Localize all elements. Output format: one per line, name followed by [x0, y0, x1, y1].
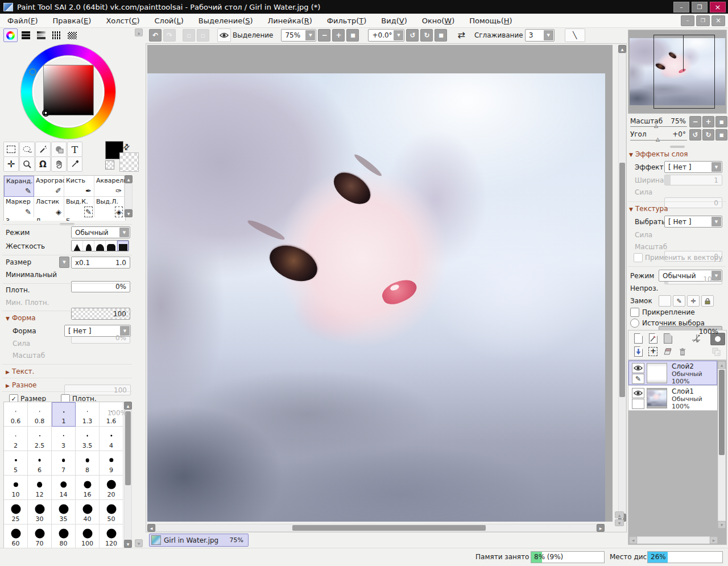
brush-size-2-5[interactable]: 2.5 [28, 427, 52, 451]
brush-size-2[interactable]: 2 [4, 427, 28, 451]
text-section-header[interactable]: ▶Текст. [6, 367, 34, 375]
brush-size-3-5[interactable]: 3.5 [76, 427, 100, 451]
misc-section-header[interactable]: ▶Разное [6, 381, 36, 389]
angle-reset-button[interactable]: ■ [435, 29, 447, 42]
canvas-hscroll-thumb[interactable] [292, 525, 486, 531]
layer-edit-pencil-icon[interactable]: ✎ [632, 374, 644, 384]
selection-source-radio[interactable] [630, 319, 639, 328]
texture-section-header[interactable]: ▼Текстура [629, 205, 668, 213]
document-tab[interactable]: Girl in Water.jpg 75% [149, 534, 249, 547]
brush-palette-scrollbar[interactable]: ▲ ▼ [125, 175, 133, 218]
brush-1[interactable]: Аэрограф✐ [34, 176, 64, 197]
brush-size-0-8[interactable]: 0.8 [28, 402, 52, 427]
layer-list-vscrollbar[interactable]: ▲ ▼ [718, 361, 726, 536]
panel-scroll-down-icon[interactable]: ▼ [135, 539, 143, 547]
brush-size-7[interactable]: 7 [52, 451, 76, 476]
canvas-scroll-right-icon[interactable]: ▶ [597, 524, 605, 532]
nav-zoom-reset-button[interactable]: ■ [715, 116, 727, 127]
layer-visibility-toggle[interactable] [632, 388, 644, 398]
zoom-dropdown-icon[interactable]: ▼ [305, 30, 315, 40]
nav-rotate-ccw-button[interactable]: ↺ [689, 129, 701, 141]
brush-4[interactable]: Маркер✎ [4, 197, 34, 218]
lock-paint-button[interactable]: ✎ [673, 295, 685, 307]
density-slider[interactable]: 100 [71, 308, 130, 320]
size-dropdown-button[interactable]: ▼ [59, 257, 69, 268]
effect-strength-field[interactable]: 0 [664, 197, 722, 208]
selection-undo-button[interactable]: ▫ [183, 29, 195, 42]
menu-item-3[interactable]: Слой(L) [147, 16, 191, 25]
brush-size-60[interactable]: 60 [4, 524, 28, 549]
zoom-in-button[interactable]: + [332, 29, 345, 42]
lock-all-button[interactable] [701, 295, 714, 307]
zoom-reset-button[interactable]: ■ [346, 29, 359, 42]
layer-scroll-right-icon[interactable]: ▶ [710, 536, 718, 544]
selection-redo-button[interactable]: ▫ [197, 29, 209, 42]
menu-item-9[interactable]: Помощь(H) [462, 16, 519, 25]
brush-size-1-3[interactable]: 1.3 [76, 402, 100, 427]
minimize-button[interactable]: – [673, 2, 689, 13]
hue-marker[interactable] [29, 68, 36, 76]
transparent-color-button[interactable] [105, 160, 114, 170]
zoom-out-button[interactable]: − [318, 29, 330, 42]
text-tool-button[interactable]: T [67, 142, 82, 157]
tab-scroll-up-button[interactable]: ▲ [615, 511, 624, 518]
hardness-5-button[interactable] [117, 241, 129, 251]
menu-item-4[interactable]: Выделение(S) [191, 16, 260, 25]
menu-item-1[interactable]: Правка(E) [46, 16, 99, 25]
artwork-girl-in-water[interactable] [147, 73, 605, 522]
rotate-ccw-button[interactable]: ↺ [406, 29, 419, 42]
menu-item-0[interactable]: Файл(F) [0, 16, 46, 25]
smoothing-dropdown-icon[interactable]: ▼ [544, 30, 553, 40]
new-vector-layer-button[interactable] [647, 333, 659, 344]
color-mixer-tab[interactable] [49, 28, 64, 42]
nav-scale-slider-marker[interactable]: △ [654, 123, 658, 129]
brush-size-30[interactable]: 30 [28, 500, 52, 524]
brush-size-0-6[interactable]: 0.6 [4, 402, 28, 427]
stabilizer-line-button[interactable]: ╲ [565, 28, 585, 42]
brush-scroll-up-icon[interactable]: ▲ [125, 175, 133, 183]
brush-size-1[interactable]: 1 [52, 402, 76, 427]
brush-size-9[interactable]: 9 [100, 451, 123, 476]
canvas-scroll-left-icon[interactable]: ◀ [147, 524, 155, 532]
nav-scale-slider[interactable] [630, 126, 687, 127]
nav-angle-reset-button[interactable]: ■ [715, 129, 727, 141]
move-tool-button[interactable]: ✛ [3, 156, 19, 172]
marquee-tool-button[interactable] [3, 142, 19, 157]
zoom-combo[interactable]: 75% ▼ [281, 29, 316, 42]
layer-visibility-toggle[interactable] [632, 363, 644, 373]
nav-zoom-in-button[interactable]: + [702, 116, 714, 127]
brush-size-14[interactable]: 14 [52, 476, 76, 500]
effect-dropdown-icon[interactable]: ▼ [712, 162, 721, 172]
hand-tool-button[interactable] [51, 156, 67, 172]
lock-transparency-button[interactable] [659, 295, 671, 307]
brush-size-50[interactable]: 50 [100, 500, 123, 524]
tool-panel-scrollbar[interactable]: ▲ ▼ [135, 28, 143, 547]
new-layer-folder-button[interactable] [661, 333, 674, 344]
menu-item-7[interactable]: Вид(V) [374, 16, 414, 25]
layer-badge-empty[interactable] [632, 399, 644, 409]
tab-scroll-down-button[interactable]: ▼ [615, 519, 624, 526]
brush-size-12[interactable]: 12 [28, 476, 52, 500]
smoothing-combo[interactable]: 3 ▼ [525, 29, 555, 42]
shape-section-header[interactable]: ▼Форма [6, 314, 36, 322]
brush-mode-dropdown-icon[interactable]: ▼ [119, 228, 129, 237]
angle-dropdown-icon[interactable]: ▼ [394, 30, 403, 40]
rotate-canvas-tool-button[interactable]: Ω [35, 156, 51, 172]
brush-2[interactable]: Кисть✒ [64, 176, 94, 197]
brush-6[interactable]: Выд.К.✎ [64, 197, 94, 218]
nav-zoom-out-button[interactable]: − [689, 116, 701, 127]
brush-size-25[interactable]: 25 [4, 500, 28, 524]
lock-move-button[interactable]: ✛ [687, 295, 700, 307]
brush-size-70[interactable]: 70 [28, 524, 52, 549]
rotate-cw-button[interactable]: ↻ [420, 29, 433, 42]
apply-vector-checkbox[interactable] [634, 253, 643, 262]
texture-dropdown-icon[interactable]: ▼ [712, 217, 721, 226]
min-size-field[interactable]: 0% [71, 281, 130, 292]
clear-layer-button[interactable] [661, 346, 674, 357]
color-wheel-tab[interactable] [3, 28, 18, 42]
angle-combo[interactable]: +0.0° ▼ [368, 29, 404, 42]
shape-tool-button[interactable] [51, 142, 67, 157]
close-button[interactable]: × [710, 2, 726, 13]
saturation-value-square[interactable] [43, 65, 94, 115]
size-field[interactable]: x0.1 1.0 [71, 257, 130, 268]
